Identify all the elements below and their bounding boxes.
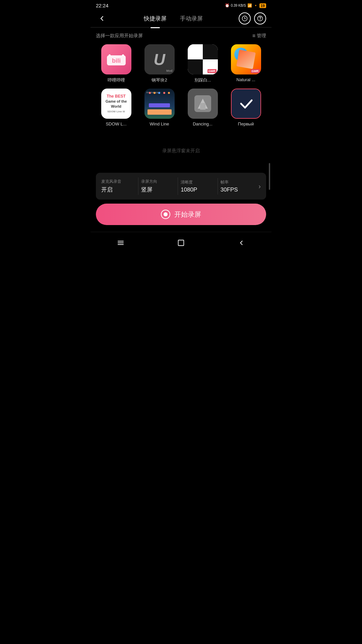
svg-rect-12 xyxy=(178,240,184,246)
app-item-pervy[interactable]: Первый xyxy=(226,89,266,126)
app-item-piano[interactable]: U Mod 钢琴块2 xyxy=(139,44,180,83)
app-label-natural: Natural ... xyxy=(231,77,261,82)
windline-lights xyxy=(147,92,172,94)
bottom-navigation xyxy=(90,232,272,254)
app-icon-sdow: The BEST Game of the World SDOW Line III xyxy=(101,89,131,119)
nav-back-button[interactable] xyxy=(235,236,248,250)
gmr-badge-dontStep: GMR xyxy=(207,69,217,73)
float-notice: 录屏悬浮窗未开启 xyxy=(96,135,266,167)
alarm-icon: ⏰ xyxy=(225,3,230,8)
floor-bottom xyxy=(147,109,172,115)
fps-label: 帧率 xyxy=(221,179,255,185)
record-dot xyxy=(164,212,168,216)
setting-quality[interactable]: 清晰度 1080P xyxy=(178,178,218,195)
start-recording-button[interactable]: 开始录屏 xyxy=(96,204,266,225)
svg-rect-9 xyxy=(118,241,124,241)
quality-label: 清晰度 xyxy=(181,179,215,185)
app-label-dontStep: 别踩白... xyxy=(188,77,218,83)
app-label-pervy: Первый xyxy=(231,121,261,126)
section-header: 选择一款应用开始录屏 ≡ 管理 xyxy=(96,33,266,39)
header: 快捷录屏 手动录屏 xyxy=(90,10,272,28)
nav-menu-button[interactable] xyxy=(114,236,127,250)
back-button[interactable] xyxy=(96,12,108,24)
tab-manual-record[interactable]: 手动录屏 xyxy=(177,13,206,24)
app-label-windline: Wind Line xyxy=(144,121,175,126)
settings-expand-arrow[interactable]: › xyxy=(257,182,261,190)
app-icon-bilibili: bili xyxy=(101,44,131,74)
setting-mic[interactable]: 麦克风录音 开启 xyxy=(101,177,138,195)
setting-orientation[interactable]: 录屏方向 竖屏 xyxy=(138,177,178,195)
signal-icon: 🔸 xyxy=(253,3,258,8)
header-action-icons xyxy=(239,12,266,24)
app-item-dancing[interactable]: Dancing... xyxy=(182,89,223,126)
settings-panel: 麦克风录音 开启 录屏方向 竖屏 清晰度 1080P 帧率 30FPS › xyxy=(96,173,266,200)
record-icon xyxy=(161,210,170,219)
nav-tabs: 快捷录屏 手动录屏 xyxy=(108,13,239,24)
manage-button[interactable]: ≡ 管理 xyxy=(252,33,266,39)
app-icon-natural: GMR xyxy=(231,44,261,74)
app-grid: bili 哔哩哔哩 U Mod 钢琴块2 xyxy=(96,44,266,126)
svg-rect-11 xyxy=(118,244,124,245)
scroll-indicator[interactable] xyxy=(269,163,270,190)
svg-rect-8 xyxy=(200,103,205,110)
svg-text:bili: bili xyxy=(112,57,121,64)
start-button-label: 开始录屏 xyxy=(174,210,201,219)
network-speed: 0.39 KB/S xyxy=(231,4,246,8)
status-bar: 22:24 ⏰ 0.39 KB/S 📶 🔸 19 xyxy=(90,0,272,10)
floor-top xyxy=(149,103,170,107)
app-label-bilibili: 哔哩哔哩 xyxy=(101,77,131,83)
main-content: 选择一款应用开始录屏 ≡ 管理 bili 哔哩哔哩 U xyxy=(90,28,272,173)
gmr-badge-natural: GMR xyxy=(251,69,260,73)
orientation-value: 竖屏 xyxy=(141,186,175,194)
section-title: 选择一款应用开始录屏 xyxy=(96,33,143,39)
app-label-sdow: SDOW L... xyxy=(101,121,131,126)
mic-value: 开启 xyxy=(101,186,135,194)
list-icon: ≡ xyxy=(252,33,255,39)
app-icon-dontStep: GMR xyxy=(188,44,218,74)
svg-rect-10 xyxy=(118,243,124,243)
quality-value: 1080P xyxy=(181,186,215,193)
app-item-sdow[interactable]: The BEST Game of the World SDOW Line III… xyxy=(96,89,136,126)
help-button[interactable] xyxy=(254,12,266,24)
nav-home-button[interactable] xyxy=(174,236,188,250)
status-icons: ⏰ 0.39 KB/S 📶 🔸 19 xyxy=(225,3,266,8)
app-item-natural[interactable]: GMR Natural ... xyxy=(226,44,266,83)
svg-point-5 xyxy=(109,54,111,56)
app-label-piano: 钢琴块2 xyxy=(144,77,175,83)
app-icon-piano: U Mod xyxy=(144,44,175,74)
wifi-icon: 📶 xyxy=(247,3,252,8)
app-icon-windline: Anniversary xyxy=(144,89,175,119)
block-decoration xyxy=(236,50,256,69)
app-item-windline[interactable]: Anniversary Wind Line xyxy=(139,89,180,126)
app-item-dontStep[interactable]: GMR 别踩白... xyxy=(182,44,223,83)
setting-fps[interactable]: 帧率 30FPS xyxy=(218,178,257,195)
settings-row: 麦克风录音 开启 录屏方向 竖屏 清晰度 1080P 帧率 30FPS › xyxy=(101,177,261,195)
app-icon-pervy xyxy=(231,89,261,119)
tab-quick-record[interactable]: 快捷录屏 xyxy=(140,13,170,24)
battery-indicator: 19 xyxy=(259,3,266,8)
svg-point-6 xyxy=(122,54,124,56)
fps-value: 30FPS xyxy=(221,186,255,193)
orientation-label: 录屏方向 xyxy=(141,179,175,184)
app-label-dancing: Dancing... xyxy=(188,121,218,126)
app-icon-dancing xyxy=(188,89,218,119)
settings-section: 麦克风录音 开启 录屏方向 竖屏 清晰度 1080P 帧率 30FPS › 开始… xyxy=(90,173,272,232)
mic-label: 麦克风录音 xyxy=(101,179,135,184)
time-display: 22:24 xyxy=(96,3,109,8)
svg-point-2 xyxy=(260,19,260,20)
history-button[interactable] xyxy=(239,12,251,24)
app-item-bilibili[interactable]: bili 哔哩哔哩 xyxy=(96,44,136,83)
